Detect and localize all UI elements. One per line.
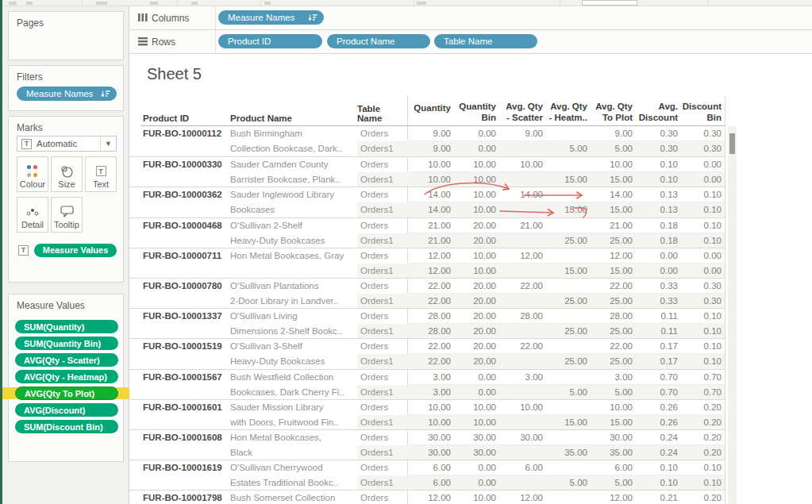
value-cell: 5.00 [546,141,591,156]
table-row[interactable]: Orders110.0010.0015.0015.000.260.20 [357,415,725,430]
pill-sum-discount-bin[interactable]: SUM(Discount Bin) [15,420,118,433]
product-id-cell[interactable]: FUR-BO-10000711 [143,248,229,264]
value-cell: 25.00 [546,354,591,369]
rows-pill-product-name[interactable]: Product Name [327,34,430,48]
product-name-cell[interactable]: O'Sullivan Plantations2-Door Library in … [230,279,356,309]
product-name-cell[interactable]: Hon Metal Bookcases, Gray [230,248,356,264]
pill-avg-discount[interactable]: AVG(Discount) [15,403,118,417]
value-cell: 12.00 [407,248,454,264]
product-id-cell[interactable]: FUR-BO-10001519 [143,339,229,354]
column-header[interactable]: Quantity [407,95,454,125]
product-name-cell[interactable]: O'Sullivan 3-ShelfHeavy-Duty Bookcases [230,339,356,369]
column-header-product-name[interactable]: Product Name [230,95,357,125]
column-header[interactable]: DiscountBin [681,95,725,125]
table-row[interactable]: Orders128.0020.0025.0025.000.110.10 [357,324,725,339]
columns-pill-measure-names[interactable]: Measure Names [218,10,324,25]
table-row[interactable]: Orders110.0010.0015.0015.000.100.00 [357,172,725,187]
text-button[interactable]: T Text [85,156,117,192]
product-id-cell[interactable]: FUR-BO-10001798 [143,491,229,504]
marks-pill-measure-values[interactable]: Measure Values [34,244,117,257]
table-row[interactable]: Orders112.0010.0015.0015.000.000.00 [357,264,725,279]
table-row[interactable]: Orders22.0020.0022.0022.000.330.30 [357,279,725,294]
table-row[interactable]: Orders16.000.005.005.000.100.10 [357,475,725,491]
text-icon: T [96,164,106,178]
colour-button[interactable]: Colour [17,156,48,192]
table-row[interactable]: Orders14.0010.0014.0014.000.130.10 [357,187,725,202]
value-cell: 15.00 [591,202,636,217]
pill-sum-quantity[interactable]: SUM(Quantity) [15,320,118,333]
table-row[interactable]: Orders10.0010.0010.0010.000.100.00 [357,157,725,172]
value-cell [546,400,591,415]
table-row[interactable]: Orders114.0010.0015.0015.000.130.10 [357,202,725,217]
table-row[interactable]: Orders22.0020.0022.0022.000.170.10 [357,339,725,354]
table-row[interactable]: Orders12.0010.0012.0012.000.000.00 [357,248,725,264]
columns-shelf[interactable]: Columns Measure Names [129,6,812,30]
product-name-cell[interactable]: Bush Westfield CollectionBookcases, Dark… [230,370,356,400]
table-row[interactable]: Orders122.0020.0025.0025.000.170.10 [357,354,725,369]
value-cell [546,370,591,385]
table-name-cell: Orders1 [357,385,407,400]
detail-button[interactable]: Detail [17,197,48,233]
vertical-scrollbar[interactable] [728,126,737,504]
product-name-cell[interactable]: Sauder Inglewood LibraryBookcases [230,187,356,217]
product-id-cell[interactable]: FUR-BO-10000330 [143,157,229,172]
toolbar-dropdown-partial[interactable] [582,0,637,6]
column-header[interactable]: Avg. QtyTo Plot [591,95,636,125]
filters-shelf[interactable]: Filters Measure Names [8,65,124,111]
product-id-cell[interactable]: FUR-BO-10000362 [143,187,229,202]
product-name-cell[interactable]: Hon Metal Bookcases,Black [230,430,356,460]
pill-avg-qty-to-plot[interactable]: AVG(Qty To Plot) [15,387,118,400]
value-cell: 12.00 [407,264,454,279]
table-row[interactable]: Orders10.0010.0010.0010.000.260.20 [357,400,725,415]
column-header[interactable]: Avg. Qty- Heatm.. [546,95,591,125]
product-name-cell[interactable]: O'Sullivan 2-ShelfHeavy-Duty Bookcases [230,218,356,248]
product-name-cell[interactable]: Sauder Mission Librarywith Doors, Fruitw… [230,400,356,430]
table-row[interactable]: Orders121.0020.0025.0025.000.180.10 [357,233,725,248]
table-row[interactable]: Orders28.0020.0028.0028.000.110.10 [357,309,725,324]
product-id-cell[interactable]: FUR-BO-10000112 [143,126,229,141]
rows-pill-table-name[interactable]: Table Name [434,34,537,48]
scrollbar-thumb[interactable] [729,133,735,154]
table-row[interactable]: Orders3.000.003.003.000.700.70 [357,370,725,385]
filters-label: Filters [9,66,123,83]
column-header-product-id[interactable]: Product ID [143,95,230,125]
pill-avg-qty-heatmap[interactable]: AVG(Qty - Heatmap) [15,370,118,383]
product-id-cell[interactable]: FUR-BO-10001608 [143,430,229,445]
table-name-cell: Orders [357,157,407,172]
filter-pill-measure-names[interactable]: Measure Names [17,87,117,101]
product-id-cell[interactable]: FUR-BO-10000780 [143,279,229,294]
column-header[interactable]: Avg.Discount [636,95,681,125]
product-name-cell[interactable]: Bush Somerset Collection [230,491,356,504]
product-id-cell[interactable]: FUR-BO-10001567 [143,370,229,385]
table-row[interactable]: Orders130.0030.0035.0035.000.240.20 [357,445,725,460]
pill-avg-qty-scatter[interactable]: AVG(Qty - Scatter) [15,353,118,367]
product-name-cell[interactable]: Bush BirminghamCollection Bookcase, Dark… [230,126,356,156]
table-row[interactable]: Orders6.000.006.006.000.100.10 [357,460,725,475]
table-row[interactable]: Orders30.0030.0030.0030.000.240.20 [357,430,725,445]
table-row[interactable]: Orders9.000.009.009.000.300.30 [357,126,725,141]
rows-shelf[interactable]: Rows Product ID Product Name Table Name [129,30,812,54]
size-button[interactable]: Size [51,156,83,192]
value-cell: 0.10 [636,475,681,491]
product-name-cell[interactable]: Sauder Camden CountyBarrister Bookcase, … [230,157,356,187]
table-row[interactable]: Orders12.0010.0012.0012.000.210.20 [357,491,725,504]
table-name-cell: Orders [357,370,407,385]
column-header-table-name[interactable]: Table Name [357,95,407,125]
product-id-cell[interactable]: FUR-BO-10001337 [143,309,229,324]
table-row[interactable]: Orders19.000.005.005.000.300.30 [357,141,725,156]
pill-sum-quantity-bin[interactable]: SUM(Quantity Bin) [15,337,118,350]
product-id-cell[interactable]: FUR-BO-10001601 [143,400,229,415]
product-id-cell[interactable]: FUR-BO-10001619 [143,460,229,475]
column-header[interactable]: Avg. Qty- Scatter [499,95,546,125]
table-row[interactable]: Orders21.0020.0021.0021.000.180.10 [357,218,725,233]
rows-pill-product-id[interactable]: Product ID [218,34,322,48]
mark-type-dropdown[interactable]: T Automatic ▼ [17,136,117,152]
product-name-cell[interactable]: O'Sullivan LivingDimensions 2-Shelf Book… [230,309,356,339]
tooltip-button[interactable]: Tooltip [51,197,83,233]
product-id-cell[interactable]: FUR-BO-10000468 [143,218,229,233]
table-row[interactable]: Orders122.0020.0025.0025.000.330.30 [357,294,725,309]
table-row[interactable]: Orders13.000.005.005.000.700.70 [357,385,725,400]
pages-shelf[interactable]: Pages [8,11,124,60]
product-name-cell[interactable]: O'Sullivan CherrywoodEstates Traditional… [230,460,356,491]
column-header[interactable]: QuantityBin [454,95,499,125]
